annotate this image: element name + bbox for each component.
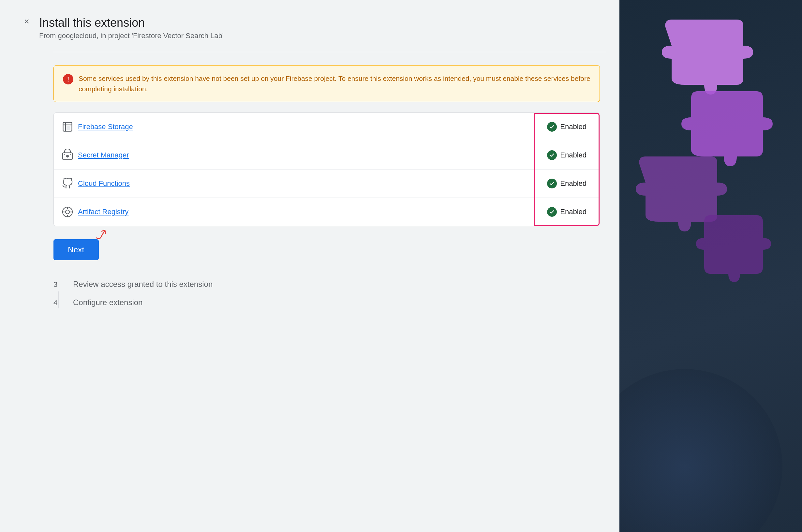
step-item-3: 3 Review access granted to this extensio… <box>54 280 600 289</box>
checkmark-svg <box>549 124 555 130</box>
cloud-functions-icon <box>62 178 73 189</box>
checkmark-svg-2 <box>549 180 555 187</box>
close-icon: × <box>24 16 29 27</box>
firebase-storage-link[interactable]: Firebase Storage <box>78 122 133 131</box>
header: × Install this extension From googleclou… <box>20 16 600 40</box>
step-content: ! Some services used by this extension h… <box>54 65 600 307</box>
artifact-registry-status: Enabled <box>539 204 592 220</box>
svg-rect-3 <box>66 126 71 130</box>
artifact-registry-link[interactable]: Artifact Registry <box>78 208 129 216</box>
firebase-storage-icon <box>62 121 73 133</box>
status-text-2: Enabled <box>560 179 587 188</box>
checkmark-svg-1 <box>549 152 555 158</box>
service-row-firebase-storage: Firebase Storage Enabled <box>54 113 599 141</box>
step-item-4: 4 Configure extension <box>54 298 600 307</box>
page-title: Install this extension <box>39 16 224 30</box>
left-panel: × Install this extension From googleclou… <box>0 0 619 532</box>
svg-text:!: ! <box>67 76 69 83</box>
secret-manager-link[interactable]: Secret Manager <box>78 151 129 159</box>
secret-manager-status: Enabled <box>539 148 592 163</box>
firebase-storage-status: Enabled <box>539 119 592 134</box>
checkmark-svg-3 <box>549 209 555 215</box>
header-text: Install this extension From googlecloud,… <box>39 16 224 40</box>
service-left-4: Artifact Registry <box>62 206 129 218</box>
page-subtitle: From googlecloud, in project 'Firestore … <box>39 32 224 40</box>
step-text-3: Review access granted to this extension <box>73 280 213 289</box>
step-number-4: 4 <box>54 298 64 307</box>
service-left-3: Cloud Functions <box>62 178 130 189</box>
status-text-1: Enabled <box>560 151 587 159</box>
warning-icon: ! <box>63 74 73 84</box>
service-left-2: Secret Manager <box>62 149 129 161</box>
cloud-functions-status: Enabled <box>539 176 592 191</box>
arrow-indicator: ⤴ <box>93 226 109 245</box>
service-row-artifact-registry: Artifact Registry Enabled <box>54 198 599 226</box>
service-row-secret-manager: Secret Manager Enabled <box>54 141 599 170</box>
next-button-container: ⤴ Next <box>54 239 99 260</box>
service-row-cloud-functions: Cloud Functions Enabled <box>54 170 599 198</box>
right-panel <box>619 0 802 532</box>
step-list: 3 Review access granted to this extensio… <box>54 280 600 307</box>
divider <box>54 52 606 52</box>
next-button[interactable]: Next <box>54 239 99 260</box>
enabled-check-icon-0 <box>547 122 557 132</box>
service-left: Firebase Storage <box>62 121 133 133</box>
status-text-0: Enabled <box>560 122 587 131</box>
secret-manager-icon <box>62 149 73 161</box>
services-list: Firebase Storage Enabled <box>54 112 600 226</box>
svg-point-5 <box>66 155 69 157</box>
svg-point-7 <box>65 210 70 214</box>
status-text-3: Enabled <box>560 208 587 216</box>
close-button[interactable]: × <box>20 14 34 29</box>
warning-text: Some services used by this extension hav… <box>79 73 590 94</box>
warning-box: ! Some services used by this extension h… <box>54 65 600 102</box>
artifact-registry-icon <box>62 206 73 218</box>
enabled-check-icon-2 <box>547 179 557 188</box>
enabled-check-icon-1 <box>547 150 557 160</box>
step-number-3: 3 <box>54 280 64 289</box>
cloud-functions-link[interactable]: Cloud Functions <box>78 179 130 188</box>
step-text-4: Configure extension <box>73 298 142 307</box>
enabled-check-icon-3 <box>547 207 557 217</box>
